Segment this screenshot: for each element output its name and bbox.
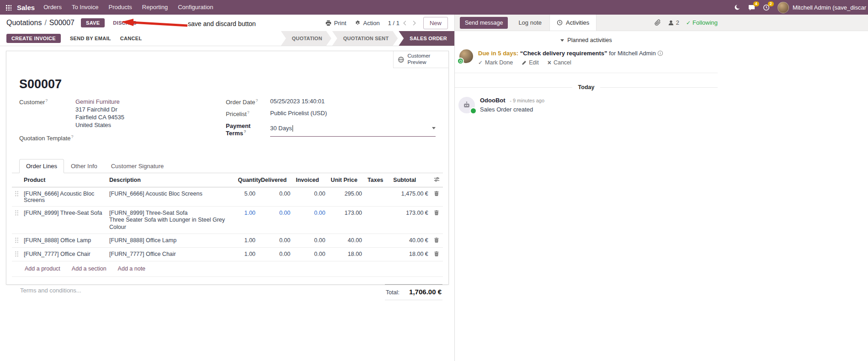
add-product-link[interactable]: Add a product — [25, 265, 60, 272]
discard-button[interactable]: DISCARD — [110, 18, 139, 27]
order-line-row[interactable]: [FURN_7777] Office Chair [FURN_7777] Off… — [12, 248, 443, 261]
tab-customer-signature[interactable]: Customer Signature — [104, 159, 171, 173]
message-author[interactable]: OdooBot — [480, 97, 506, 104]
menu-configuration[interactable]: Configuration — [173, 0, 218, 15]
col-header-description[interactable]: Description — [107, 173, 235, 187]
add-note-link[interactable]: Add a note — [118, 265, 145, 272]
messages-button[interactable]: 4 — [748, 4, 755, 11]
pricelist-field[interactable]: Public Pricelist (USD) — [270, 110, 327, 117]
cell-quantity[interactable]: 1.00 — [235, 248, 258, 261]
terms-placeholder[interactable]: Terms and conditions... — [20, 284, 81, 300]
col-header-taxes[interactable]: Taxes — [365, 173, 390, 187]
cell-product[interactable]: [FURN_8999] Three-Seat Sofa — [21, 207, 107, 234]
info-icon[interactable] — [657, 50, 663, 56]
cell-unit-price[interactable]: 173.00 — [328, 207, 365, 234]
statusbar-step-quotation[interactable]: QUOTATION — [281, 31, 331, 46]
cell-product[interactable]: [FURN_7777] Office Chair — [21, 248, 107, 261]
save-button[interactable]: SAVE — [81, 18, 105, 27]
cancel-button[interactable]: CANCEL — [120, 36, 142, 41]
print-button[interactable]: Print — [325, 20, 346, 27]
planned-activities-header[interactable]: Planned activities — [455, 37, 718, 43]
send-message-button[interactable]: Send message — [460, 17, 508, 29]
log-note-button[interactable]: Log note — [515, 16, 545, 29]
optional-columns-icon[interactable] — [434, 176, 440, 182]
planned-activities-section: Planned activities Due in 5 days: “Check… — [455, 37, 718, 73]
cell-taxes[interactable] — [365, 187, 390, 207]
cancel-activity-button[interactable]: × Cancel — [548, 59, 571, 66]
cell-taxes[interactable] — [365, 248, 390, 261]
order-line-row[interactable]: [FURN_8999] Three-Seat Sofa [FURN_8999] … — [12, 207, 443, 234]
following-button[interactable]: ✓ Following — [686, 19, 718, 26]
col-header-delivered[interactable]: Delivered — [258, 173, 293, 187]
delete-line-icon[interactable] — [434, 237, 439, 243]
tab-order-lines[interactable]: Order Lines — [19, 159, 64, 173]
cell-delivered[interactable]: 0.00 — [258, 187, 293, 207]
drag-handle-icon[interactable] — [15, 237, 19, 243]
payment-terms-input[interactable]: 30 Days — [270, 122, 436, 137]
pager-previous-button[interactable] — [404, 21, 408, 25]
add-section-link[interactable]: Add a section — [72, 265, 107, 272]
cell-unit-price[interactable]: 18.00 — [328, 248, 365, 261]
dropdown-caret-icon[interactable] — [432, 127, 436, 129]
statusbar-step-sales-order[interactable]: SALES ORDER — [399, 31, 454, 46]
pager-next-button[interactable] — [411, 21, 416, 25]
order-date-field[interactable]: 05/25/2023 15:40:01 — [270, 98, 325, 106]
statusbar-step-quotation-sent[interactable]: QUOTATION SENT — [332, 31, 398, 46]
mark-done-button[interactable]: ✓ Mark Done — [478, 59, 513, 66]
cell-invoiced[interactable]: 0.00 — [293, 248, 328, 261]
col-header-product[interactable]: Product — [21, 173, 107, 187]
breadcrumb-quotations[interactable]: Quotations — [6, 19, 42, 27]
new-button[interactable]: New — [423, 17, 448, 29]
cell-quantity[interactable]: 1.00 — [235, 234, 258, 248]
tab-activities[interactable]: Activities — [549, 15, 596, 31]
user-menu[interactable]: Mitchell Admin (save_discar — [777, 2, 866, 13]
cell-product[interactable]: [FURN_6666] Acoustic Bloc Screens — [21, 187, 107, 207]
col-header-invoiced[interactable]: Invoiced — [293, 173, 328, 187]
cell-delivered[interactable]: 0.00 — [258, 207, 293, 234]
delete-line-icon[interactable] — [434, 251, 439, 257]
delete-line-icon[interactable] — [434, 191, 439, 196]
delete-line-icon[interactable] — [434, 210, 439, 216]
followers-button[interactable]: 2 — [668, 19, 679, 26]
cell-invoiced[interactable]: 0.00 — [293, 234, 328, 248]
order-line-row[interactable]: [FURN_6666] Acoustic Bloc Screens [FURN_… — [12, 187, 443, 207]
cell-invoiced[interactable]: 0.00 — [293, 207, 328, 234]
menu-orders[interactable]: Orders — [38, 0, 67, 15]
edit-activity-button[interactable]: Edit — [522, 59, 539, 66]
cell-description[interactable]: [FURN_7777] Office Chair — [107, 248, 235, 261]
cell-description[interactable]: [FURN_8888] Office Lamp — [107, 234, 235, 248]
drag-handle-icon[interactable] — [15, 251, 19, 257]
cell-delivered[interactable]: 0.00 — [258, 248, 293, 261]
cell-quantity[interactable]: 5.00 — [235, 187, 258, 207]
cell-quantity[interactable]: 1.00 — [235, 207, 258, 234]
cell-unit-price[interactable]: 40.00 — [328, 234, 365, 248]
menu-to-invoice[interactable]: To Invoice — [67, 0, 104, 15]
col-header-subtotal[interactable]: Subtotal — [390, 173, 431, 187]
customer-preview-button[interactable]: Customer Preview — [393, 51, 448, 68]
send-by-email-button[interactable]: SEND BY EMAIL — [70, 36, 111, 41]
create-invoice-button[interactable]: CREATE INVOICE — [6, 34, 61, 43]
col-header-unit-price[interactable]: Unit Price — [328, 173, 365, 187]
app-name[interactable]: Sales — [16, 4, 38, 11]
drag-handle-icon[interactable] — [15, 191, 19, 196]
cell-taxes[interactable] — [365, 207, 390, 234]
drag-handle-icon[interactable] — [15, 210, 19, 216]
cell-invoiced[interactable]: 0.00 — [293, 187, 328, 207]
cell-unit-price[interactable]: 295.00 — [328, 187, 365, 207]
order-line-row[interactable]: [FURN_8888] Office Lamp [FURN_8888] Offi… — [12, 234, 443, 248]
cell-delivered[interactable]: 0.00 — [258, 234, 293, 248]
apps-menu-button[interactable] — [1, 5, 16, 11]
col-header-quantity[interactable]: Quantity — [235, 173, 258, 187]
activities-systray-button[interactable]: 2 — [763, 4, 770, 11]
menu-products[interactable]: Products — [103, 0, 137, 15]
tab-other-info[interactable]: Other Info — [64, 159, 104, 173]
dark-mode-toggle[interactable] — [734, 4, 740, 11]
attach-files-button[interactable] — [655, 19, 661, 26]
cell-taxes[interactable] — [365, 234, 390, 248]
cell-product[interactable]: [FURN_8888] Office Lamp — [21, 234, 107, 248]
cell-description[interactable]: [FURN_8999] Three-Seat SofaThree Seater … — [107, 207, 235, 234]
customer-name-link[interactable]: Gemini Furniture — [75, 98, 124, 106]
action-button[interactable]: Action — [355, 20, 380, 27]
menu-reporting[interactable]: Reporting — [137, 0, 173, 15]
cell-description[interactable]: [FURN_6666] Acoustic Bloc Screens — [107, 187, 235, 207]
